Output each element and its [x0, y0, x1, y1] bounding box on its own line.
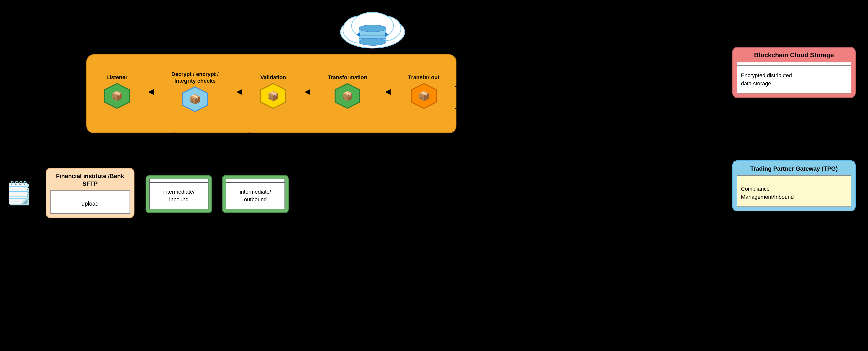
doc-arrow [27, 184, 44, 191]
pipeline-to-outbound-arrow [246, 132, 253, 176]
svg-line-50 [455, 108, 726, 180]
blockchain-box: Blockchain Cloud Storage Encrypted distr… [732, 47, 856, 98]
arrow-4: ◀ [385, 87, 391, 96]
blockchain-title: Blockchain Cloud Storage [737, 51, 851, 59]
cloud-icon [336, 7, 410, 52]
svg-point-19 [359, 25, 386, 32]
transfer-out-label: Transfer out [408, 74, 439, 81]
tpg-title: Trading Partner Gateway (TPG) [737, 165, 851, 172]
validation-hex: 📦 [259, 83, 287, 113]
transformation-label: Transformation [328, 74, 367, 81]
svg-marker-42 [90, 133, 93, 135]
transfer-to-blockchain-arrow [455, 76, 732, 96]
transformation-stage: Transformation 📦 [328, 74, 367, 113]
cloud-area [326, 7, 420, 53]
transfer-out-stage: Transfer out 📦 [408, 74, 439, 113]
intermediate-outbound-box: intermediate/outbound [222, 175, 289, 213]
validation-label: Validation [260, 74, 286, 81]
listener-label: Listener [106, 74, 128, 81]
listener-hex: 📦 [103, 83, 130, 113]
arrow-2: ◀ [236, 87, 242, 96]
svg-text:📦: 📦 [268, 90, 279, 102]
transformation-hex: 📦 [334, 83, 361, 113]
transfer-out-hex: 📦 [410, 83, 437, 113]
decrypt-label: Decrypt / encrypt /Integrity checks [172, 71, 219, 84]
arrow-3: ◀ [305, 87, 310, 96]
transfer-to-tpg-arrow [455, 106, 732, 185]
blockchain-cell: Encrypted distributeddata storage [737, 66, 851, 93]
main-diagram: Listener 📦 ◀ Decrypt / encrypt /Integrit… [0, 0, 868, 351]
decrypt-stage: Decrypt / encrypt /Integrity checks 📦 [172, 71, 219, 117]
pipeline-to-inbound-arrow [170, 132, 178, 176]
svg-text:📦: 📦 [418, 90, 430, 102]
svg-marker-39 [42, 186, 44, 189]
pipeline-container: Listener 📦 ◀ Decrypt / encrypt /Integrit… [86, 54, 457, 133]
decrypt-hex: 📦 [181, 86, 209, 117]
fi-bank-title: Financial institute /BankSFTP [50, 172, 130, 188]
tpg-cell: ComplianceManagement/Inbound [737, 179, 851, 206]
intermediate-outbound-cell: intermediate/outbound [226, 183, 284, 209]
intermediate-inbound-box: intermediate/inbound [146, 175, 212, 213]
svg-text:📦: 📦 [111, 90, 123, 102]
tpg-box: Trading Partner Gateway (TPG) Compliance… [732, 160, 856, 212]
fi-bank-box: Financial institute /BankSFTP upload [45, 168, 134, 218]
svg-text:📦: 📦 [189, 94, 201, 105]
svg-point-20 [359, 38, 386, 45]
svg-text:📦: 📦 [342, 90, 353, 102]
validation-stage: Validation 📦 [259, 74, 287, 113]
listener-stage: Listener 📦 [103, 74, 130, 113]
fi-to-pipeline-arrow [88, 133, 95, 169]
arrow-1: ◀ [148, 87, 154, 96]
intermediate-inbound-cell: intermediate/inbound [150, 183, 208, 209]
fi-upload-cell: upload [51, 194, 129, 213]
